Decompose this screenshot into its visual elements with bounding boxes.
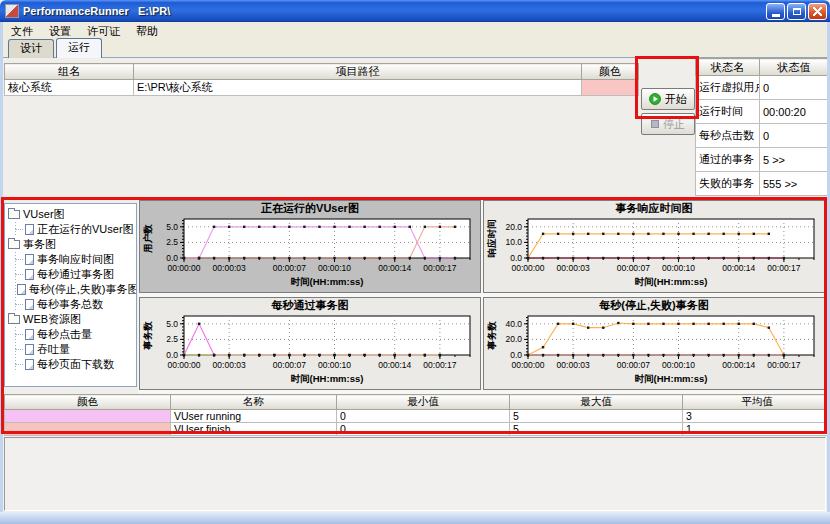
chart-plot: 0.010.020.000:00:0000:00:0300:00:0700:00…: [484, 215, 824, 292]
tree-chart-node[interactable]: 每秒(停止,失败)事务图: [15, 282, 136, 297]
svg-text:00:00:03: 00:00:03: [557, 263, 590, 273]
column-header: 状态值: [760, 59, 829, 76]
svg-text:00:00:17: 00:00:17: [423, 263, 456, 273]
group-color-cell: [582, 80, 639, 96]
legend-series-name: VUser finish: [171, 423, 337, 436]
tree-node-label: 事务响应时间图: [37, 252, 114, 267]
status-value-cell[interactable]: 5 >>: [760, 148, 829, 172]
chart-plot: 0.020.040.000:00:0000:00:0300:00:0700:00…: [484, 312, 824, 389]
status-value-cell[interactable]: 555 >>: [760, 172, 829, 196]
svg-text:40.0: 40.0: [505, 319, 522, 329]
legend-header-row: 颜色名称最小值最大值平均值: [5, 395, 830, 410]
column-header: 组名: [5, 64, 134, 80]
document-icon: [25, 299, 34, 310]
maximize-button[interactable]: [787, 3, 806, 20]
legend-row: VUser running053: [5, 410, 830, 423]
legend-table: 颜色名称最小值最大值平均值VUser running053VUser finis…: [4, 394, 830, 436]
legend-color-swatch: [5, 423, 171, 436]
status-table: 状态名状态值运行虚拟用户0运行时间00:00:20每秒点击数0通过的事务5 >>…: [695, 58, 829, 196]
status-name-cell: 运行时间: [696, 100, 760, 124]
status-value-cell[interactable]: 0: [760, 124, 829, 148]
svg-text:0.0: 0.0: [510, 253, 522, 263]
svg-text:00:00:14: 00:00:14: [722, 263, 755, 273]
tab-run[interactable]: 运行: [56, 38, 102, 58]
tree-node-label: 每秒通过事务图: [37, 267, 114, 282]
svg-text:00:00:00: 00:00:00: [511, 360, 544, 370]
chart-running-vusers[interactable]: 正在运行的VUser图0.02.55.000:00:0000:00:0300:0…: [139, 200, 481, 293]
tree-folder-node[interactable]: VUser图: [8, 207, 136, 222]
group-row[interactable]: 核心系统E:\PR\核心系统: [5, 80, 639, 96]
document-icon: [25, 344, 34, 355]
restore-icon: [793, 8, 801, 15]
play-icon: [649, 93, 661, 105]
start-button[interactable]: 开始: [641, 88, 695, 110]
chart-plot: 0.02.55.000:00:0000:00:0300:00:0700:00:1…: [140, 215, 480, 292]
status-row: 运行时间00:00:20: [696, 100, 829, 124]
svg-text:0.0: 0.0: [166, 350, 178, 360]
svg-text:00:00:10: 00:00:10: [318, 360, 351, 370]
svg-text:00:00:03: 00:00:03: [213, 263, 246, 273]
app-icon: [5, 4, 19, 18]
tab-bar: 设计 运行: [3, 40, 827, 58]
tree-chart-node[interactable]: 每秒页面下载数: [15, 357, 136, 372]
chart-transaction-response-time[interactable]: 事务响应时间图0.010.020.000:00:0000:00:0300:00:…: [483, 200, 825, 293]
svg-text:00:00:10: 00:00:10: [662, 360, 695, 370]
svg-text:5.0: 5.0: [166, 319, 178, 329]
svg-text:20.0: 20.0: [505, 222, 522, 232]
svg-text:时间(HH:mm:ss): 时间(HH:mm:ss): [635, 276, 708, 287]
group-table: 组名项目路径颜色核心系统E:\PR\核心系统: [4, 63, 639, 96]
svg-text:00:00:14: 00:00:14: [378, 263, 411, 273]
status-name-cell: 运行虚拟用户: [696, 76, 760, 100]
project-path-cell: E:\PR\核心系统: [134, 80, 582, 96]
chart-transactions-passed-per-second[interactable]: 每秒通过事务图0.02.55.000:00:0000:00:0300:00:07…: [139, 297, 481, 390]
tree-chart-node[interactable]: 吞吐量: [15, 342, 136, 357]
menu-item-help[interactable]: 帮助: [128, 22, 166, 41]
window-title: PerformanceRunner E:\PR\: [23, 5, 764, 17]
legend-avg-value: 1: [683, 423, 830, 436]
tree-chart-node[interactable]: 每秒事务总数: [15, 297, 136, 312]
svg-text:00:00:14: 00:00:14: [722, 360, 755, 370]
tree-chart-node[interactable]: 每秒点击量: [15, 327, 136, 342]
close-button[interactable]: [808, 3, 827, 20]
status-row: 运行虚拟用户0: [696, 76, 829, 100]
chart-title: 每秒(停止,失败)事务图: [484, 298, 824, 312]
document-icon: [25, 269, 34, 280]
document-icon: [25, 359, 34, 370]
column-header: 项目路径: [134, 64, 582, 80]
tree-children: 每秒点击量吞吐量每秒页面下载数: [15, 327, 136, 372]
tree-node-label: VUser图: [23, 207, 65, 222]
tree-chart-node[interactable]: 每秒通过事务图: [15, 267, 136, 282]
tree-chart-node[interactable]: 正在运行的VUser图: [15, 222, 136, 237]
menu-bar: 文件设置许可证帮助: [3, 22, 827, 41]
tree-node-label: 事务图: [23, 237, 56, 252]
svg-text:00:00:07: 00:00:07: [617, 263, 650, 273]
svg-text:时间(HH:mm:ss): 时间(HH:mm:ss): [635, 373, 708, 384]
status-value-cell[interactable]: 00:00:20: [760, 100, 829, 124]
chart-title: 正在运行的VUser图: [140, 201, 480, 215]
minimize-button[interactable]: [766, 3, 785, 20]
tree-node-label: 每秒(停止,失败)事务图: [29, 282, 137, 297]
tab-design[interactable]: 设计: [8, 39, 54, 58]
tree-node-label: WEB资源图: [23, 312, 81, 327]
close-icon: [813, 7, 822, 16]
tree-folder-node[interactable]: WEB资源图: [8, 312, 136, 327]
svg-text:时间(HH:mm:ss): 时间(HH:mm:ss): [291, 276, 364, 287]
minimize-icon: [772, 14, 780, 17]
run-controls-panel: 开始 停止: [638, 58, 698, 197]
folder-icon: [8, 315, 20, 324]
stop-button[interactable]: 停止: [641, 113, 695, 135]
svg-text:00:00:17: 00:00:17: [423, 360, 456, 370]
menu-item-file[interactable]: 文件: [3, 22, 41, 41]
tree-folder-node[interactable]: 事务图: [8, 237, 136, 252]
status-row: 通过的事务5 >>: [696, 148, 829, 172]
chart-tree-panel: VUser图正在运行的VUser图事务图事务响应时间图每秒通过事务图每秒(停止,…: [4, 203, 137, 387]
svg-text:20.0: 20.0: [505, 334, 522, 344]
svg-text:00:00:03: 00:00:03: [213, 360, 246, 370]
window-frame-bottom: [0, 512, 830, 524]
tree-chart-node[interactable]: 事务响应时间图: [15, 252, 136, 267]
status-value-cell[interactable]: 0: [760, 76, 829, 100]
tree-node-label: 每秒事务总数: [37, 297, 103, 312]
chart-plot: 0.02.55.000:00:0000:00:0300:00:0700:00:1…: [140, 312, 480, 389]
chart-transactions-stopped-failed-per-second[interactable]: 每秒(停止,失败)事务图0.020.040.000:00:0000:00:030…: [483, 297, 825, 390]
legend-min-value: 0: [337, 423, 510, 436]
